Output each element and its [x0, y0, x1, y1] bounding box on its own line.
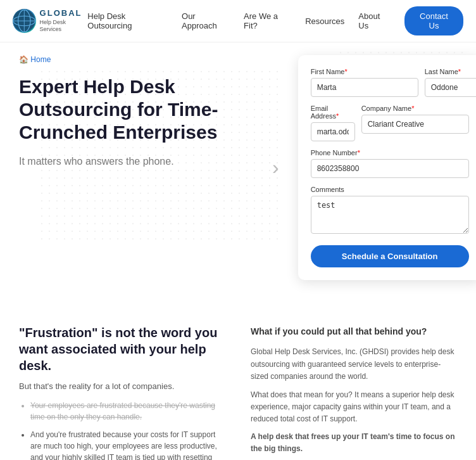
hero-subtitle: It matters who answers the phone. [19, 154, 260, 169]
email-label: Email Address* [311, 105, 355, 120]
logo-text: GLOBAL Help Desk Services [40, 8, 88, 34]
ghdsi-description: Global Help Desk Services, Inc. (GHDSI) … [251, 346, 457, 383]
nav-our-approach[interactable]: Our Approach [182, 11, 230, 30]
consultation-form: First Name* Last Name* Email Address* Co… [298, 55, 476, 280]
frustration-col: "Frustration" is not the word you want a… [19, 324, 225, 460]
company-input[interactable] [361, 115, 469, 134]
schedule-button[interactable]: Schedule a Consultation [311, 245, 469, 267]
comments-textarea[interactable]: test [311, 196, 469, 234]
frustration-heading: "Frustration" is not the word you want a… [19, 324, 225, 374]
breadcrumb: 🏠 Home [19, 55, 260, 64]
nav-resources[interactable]: Resources [305, 16, 344, 26]
nav-links: Help Desk Outsourcing Our Approach Are W… [87, 6, 463, 35]
hero-left: 🏠 Home Expert Help Desk Outsourcing for … [19, 55, 260, 280]
company-label: Company Name* [361, 105, 469, 112]
hero-arrow-icon: › [272, 156, 279, 179]
phone-label: Phone Number* [311, 149, 469, 157]
nav-are-we-fit[interactable]: Are We a Fit? [244, 11, 291, 30]
last-name-input[interactable] [425, 78, 476, 97]
benefit-description: What does that mean for you? It means a … [251, 389, 457, 455]
phone-input[interactable] [311, 159, 469, 178]
nav-help-desk[interactable]: Help Desk Outsourcing [87, 11, 168, 30]
first-name-input[interactable] [311, 78, 418, 97]
hero-right: First Name* Last Name* Email Address* Co… [298, 55, 476, 280]
highlight-focus: A help desk that frees up your IT team's… [251, 431, 457, 455]
last-name-label: Last Name* [425, 68, 476, 75]
solution-col: What if you could put all that behind yo… [251, 324, 457, 460]
hero-title: Expert Help Desk Outsourcing for Time-Cr… [19, 75, 260, 144]
frustration-intro: But that's the reality for a lot of comp… [19, 381, 225, 391]
comments-label: Comments [311, 186, 469, 193]
navbar: GLOBAL Help Desk Services Help Desk Outs… [0, 0, 476, 42]
frustration-list: Your employees are frustrated because th… [19, 400, 225, 460]
contact-button[interactable]: Contact Us [404, 6, 463, 35]
list-item-strikethrough: Your employees are frustrated because th… [30, 400, 225, 423]
email-input[interactable] [311, 122, 355, 141]
list-item-normal: And you're frustrated because your costs… [30, 429, 225, 460]
tagline: What if you could put all that behind yo… [251, 324, 457, 338]
hero-section: 🏠 Home Expert Help Desk Outsourcing for … [0, 42, 476, 299]
logo: GLOBAL Help Desk Services [13, 8, 87, 34]
nav-about-us[interactable]: About Us [358, 11, 391, 30]
logo-globe [13, 9, 36, 33]
first-name-label: First Name* [311, 68, 418, 75]
value-section: "Frustration" is not the word you want a… [0, 299, 476, 460]
